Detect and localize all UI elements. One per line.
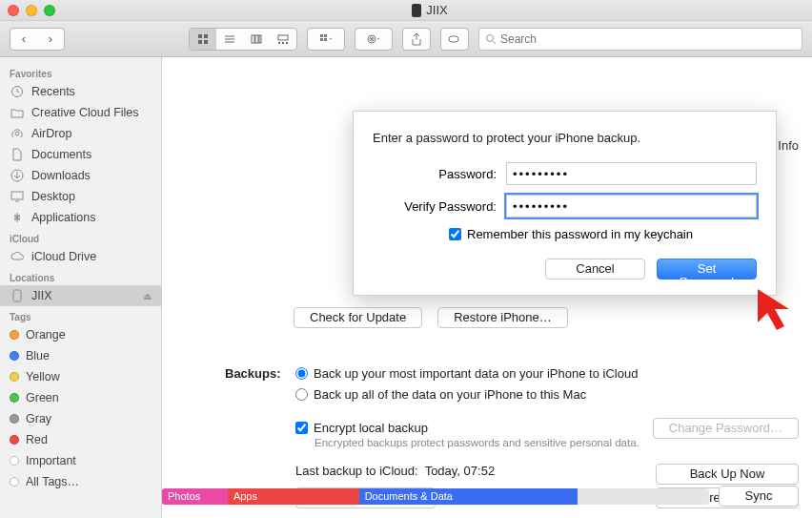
storage-bar: PhotosAppsDocuments & Data [162, 488, 709, 505]
remember-keychain-checkbox[interactable] [449, 228, 461, 240]
sidebar-item-downloads[interactable]: Downloads [0, 165, 161, 186]
apps-icon [10, 210, 25, 225]
tag-color-icon [10, 393, 19, 403]
svg-rect-11 [278, 35, 288, 40]
sidebar-tag-gray[interactable]: Gray [0, 408, 161, 429]
set-password-button[interactable]: Set Password [657, 259, 757, 280]
folder-icon [10, 105, 25, 120]
sidebar-tag-important[interactable]: Important [0, 450, 161, 471]
group-dropdown[interactable] [307, 28, 345, 51]
sidebar-item-label: Gray [26, 412, 51, 425]
sidebar-item-airdrop[interactable]: AirDrop [0, 123, 161, 144]
svg-rect-14 [286, 42, 288, 44]
svg-rect-26 [11, 192, 23, 199]
view-mode-group [189, 28, 297, 51]
svg-rect-16 [324, 34, 327, 37]
close-window-icon[interactable] [8, 5, 19, 16]
locations-header: Locations [0, 267, 161, 285]
svg-rect-17 [320, 38, 323, 41]
password-modal: Enter a password to protect your iPhone … [353, 111, 777, 296]
tag-color-icon [10, 372, 19, 382]
svg-rect-2 [204, 34, 208, 38]
cancel-button[interactable]: Cancel [545, 259, 645, 280]
storage-segment: Documents & Data [359, 488, 579, 505]
airdrop-icon [10, 126, 25, 141]
zoom-window-icon[interactable] [44, 5, 55, 16]
forward-button[interactable]: › [37, 29, 64, 50]
tag-color-icon [10, 414, 19, 424]
back-button[interactable]: ‹ [10, 29, 37, 50]
sidebar-item-desktop[interactable]: Desktop [0, 186, 161, 207]
svg-rect-15 [320, 34, 323, 37]
svg-rect-0 [412, 4, 421, 17]
sidebar-item-label: Important [26, 454, 76, 467]
backup-mac-label: Back up all of the data on your iPhone t… [314, 387, 586, 402]
sidebar-tag-orange[interactable]: Orange [0, 324, 161, 345]
window-title: JIIX [426, 3, 447, 17]
window-controls [8, 5, 55, 16]
nav-buttons: ‹ › [10, 28, 65, 51]
sync-button[interactable]: Sync [719, 486, 799, 507]
sidebar-item-device[interactable]: JIIX⏏ [0, 285, 161, 306]
encrypt-subtext: Encrypted backups protect passwords and … [315, 437, 799, 448]
sidebar-item-label: Blue [26, 349, 50, 363]
tab-info[interactable]: Info [778, 138, 799, 153]
sidebar-tag-blue[interactable]: Blue [0, 345, 161, 366]
sidebar-item-label: Documents [31, 148, 91, 161]
svg-rect-18 [324, 38, 327, 41]
list-view-button[interactable] [216, 29, 243, 50]
doc-icon [10, 147, 25, 162]
sidebar: Favorites RecentsCreative Cloud FilesAir… [0, 57, 162, 518]
sidebar-tag-red[interactable]: Red [0, 429, 161, 450]
backup-now-button[interactable]: Back Up Now [656, 464, 799, 485]
column-view-button[interactable] [243, 29, 270, 50]
eject-icon[interactable]: ⏏ [143, 291, 152, 301]
sidebar-item-label: JIIX [31, 289, 52, 302]
svg-rect-1 [198, 34, 202, 38]
backup-mac-radio[interactable] [295, 388, 308, 401]
search-input[interactable] [500, 32, 796, 46]
sidebar-item-label: Downloads [31, 169, 91, 182]
sidebar-item-label: Orange [26, 328, 66, 342]
backup-icloud-radio[interactable] [295, 367, 308, 380]
sidebar-item-label: Creative Cloud Files [31, 106, 139, 119]
password-input[interactable] [506, 162, 757, 185]
tags-header: Tags [0, 306, 161, 324]
tag-color-icon [10, 477, 19, 487]
sidebar-item-recents[interactable]: Recents [0, 81, 161, 102]
download-icon [10, 168, 25, 183]
sidebar-tag-alltags[interactable]: All Tags… [0, 471, 161, 492]
verify-password-input[interactable] [506, 195, 757, 218]
icloud-header: iCloud [0, 228, 161, 246]
toolbar: ‹ › [0, 21, 812, 57]
search-field[interactable] [478, 28, 802, 51]
minimize-window-icon[interactable] [26, 5, 37, 16]
svg-line-22 [493, 41, 496, 44]
backup-icloud-label: Back up your most important data on your… [314, 366, 638, 381]
icon-view-button[interactable] [190, 29, 216, 50]
phone-icon [10, 288, 25, 303]
main-panel: ts Photos Files Info matically check for… [162, 57, 812, 518]
sidebar-tag-yellow[interactable]: Yellow [0, 366, 161, 387]
restore-iphone-button[interactable]: Restore iPhone… [437, 307, 568, 328]
change-password-button[interactable]: Change Password… [653, 418, 799, 439]
svg-point-24 [15, 132, 19, 135]
cloud-icon [10, 249, 25, 264]
sidebar-item-label: Green [26, 391, 59, 404]
check-for-update-button[interactable]: Check for Update [294, 307, 422, 328]
action-dropdown[interactable] [355, 28, 393, 51]
svg-rect-20 [449, 36, 458, 42]
svg-rect-10 [259, 35, 261, 43]
sidebar-item-documents[interactable]: Documents [0, 144, 161, 165]
sidebar-tag-green[interactable]: Green [0, 387, 161, 408]
encrypt-backup-checkbox[interactable] [295, 422, 308, 434]
svg-rect-29 [13, 290, 21, 301]
password-label: Password: [373, 167, 497, 181]
tag-button[interactable] [440, 28, 469, 51]
gallery-view-button[interactable] [270, 29, 296, 50]
share-button[interactable] [402, 28, 431, 51]
sidebar-item-icloud-drive[interactable]: iCloud Drive [0, 246, 161, 267]
sidebar-item-creative-cloud-files[interactable]: Creative Cloud Files [0, 102, 161, 123]
sidebar-item-applications[interactable]: Applications [0, 207, 161, 228]
storage-segment: Photos [162, 488, 228, 505]
